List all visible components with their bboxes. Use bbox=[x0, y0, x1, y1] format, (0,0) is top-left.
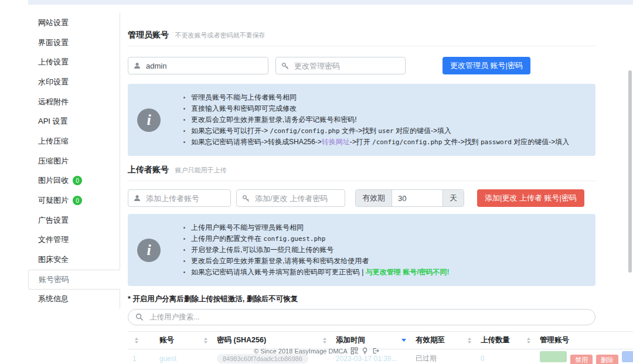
key-icon bbox=[281, 62, 289, 70]
column-header-3[interactable]: 添加时间 bbox=[331, 332, 411, 349]
sidebar-item-label: 图床安全 bbox=[38, 254, 69, 265]
column-header-1[interactable]: 账号 bbox=[155, 332, 212, 349]
main-content: 管理员账号 不更改账号或者密码就不要保存 更改管理员 账号|密码 i 管理员账号… bbox=[128, 29, 595, 364]
lightbulb-icon[interactable] bbox=[361, 347, 369, 355]
uploader-section-title: 上传者账号 bbox=[128, 165, 169, 174]
person-icon bbox=[134, 195, 141, 202]
tip-text: 文件->找到 bbox=[442, 138, 481, 146]
admin-password-input[interactable] bbox=[293, 61, 400, 71]
uploader-section-subtitle: 账户只能用于上传 bbox=[175, 166, 226, 174]
sidebar-item-label: API 设置 bbox=[38, 116, 68, 127]
sidebar-item-label: 网站设置 bbox=[38, 18, 69, 28]
convert-url-link[interactable]: 转换网址 bbox=[322, 138, 350, 146]
validity-input-group: 有效期 天 bbox=[355, 189, 464, 207]
tip-text: 上传用户账号不能与管理员账号相同 bbox=[191, 223, 304, 232]
sidebar-item-5[interactable]: 远程附件 bbox=[28, 92, 120, 112]
sort-icon bbox=[204, 338, 207, 343]
sidebar-item-label: 图片回收 bbox=[38, 175, 69, 186]
sidebar-item-8[interactable]: 压缩图片 bbox=[28, 151, 120, 171]
admin-tips-list: 管理员账号不能与上传者账号相同直接输入账号和密码即可完成修改更改后会立即生效并重… bbox=[161, 87, 569, 152]
tip-item: 更改后会立即生效并重新登录,请将账号和密码发给使用者 bbox=[191, 256, 449, 267]
count-badge: 0 bbox=[73, 196, 82, 205]
tip-item: 如果忘记账号可以打开-> /config/config.php 文件->找到 u… bbox=[191, 125, 569, 137]
admin-account-input[interactable] bbox=[145, 61, 263, 71]
tip-text: 如果忘记账号可以打开-> bbox=[191, 127, 270, 135]
admin-account-field[interactable] bbox=[128, 57, 268, 74]
sidebar-item-3[interactable]: 上传设置 bbox=[28, 52, 120, 72]
uploader-password-input[interactable] bbox=[254, 193, 339, 203]
admin-password-field[interactable] bbox=[275, 57, 406, 74]
sidebar-item-label: 上传压缩 bbox=[38, 136, 69, 147]
tip-text: 管理员账号不能与上传者账号相同 bbox=[191, 93, 297, 101]
tip-text: 如果忘记密码请填入账号并填写新的密码即可更正密码 | bbox=[191, 268, 366, 276]
person-icon bbox=[134, 62, 141, 69]
sidebar-item-12[interactable]: 文件管理 bbox=[28, 230, 120, 250]
footer: © Since 2018 EasyImage DMCA bbox=[0, 347, 633, 355]
validity-label: 有效期 bbox=[356, 190, 392, 206]
vertical-scrollbar[interactable] bbox=[628, 70, 632, 273]
sidebar-item-7[interactable]: 上传压缩 bbox=[28, 131, 120, 151]
tip-text: /config/config.php bbox=[270, 127, 339, 135]
sidebar-item-1[interactable]: 网站设置 bbox=[28, 13, 120, 33]
uploader-search-field[interactable] bbox=[128, 309, 595, 325]
admin-tips-box: i 管理员账号不能与上传者账号相同直接输入账号和密码即可完成修改更改后会立即生效… bbox=[128, 84, 595, 156]
validity-unit-label: 天 bbox=[443, 190, 464, 206]
tip-text: config.guest.php bbox=[263, 235, 325, 243]
uploader-search-input[interactable] bbox=[148, 312, 588, 322]
column-header-2[interactable]: 密码 (SHA256) bbox=[212, 332, 331, 349]
info-circle-icon: i bbox=[137, 108, 161, 132]
top-bar bbox=[28, 0, 633, 5]
uploader-account-section: 上传者账号 账户只能用于上传 有效期 天 添加|更改 上传者 账号|密 bbox=[128, 164, 595, 286]
tip-text: password bbox=[481, 138, 512, 146]
uploader-tips-list: 上传用户账号不能与管理员账号相同上传用户的配置文件在 config.guest.… bbox=[161, 217, 449, 283]
sort-icon bbox=[527, 338, 530, 343]
sidebar-item-label: 上传设置 bbox=[38, 57, 69, 67]
sidebar-item-13[interactable]: 图床安全 bbox=[28, 250, 120, 270]
column-header-6[interactable]: 管理账号 bbox=[535, 332, 633, 349]
sidebar-item-4[interactable]: 水印设置 bbox=[28, 72, 120, 92]
tip-item: 管理员账号不能与上传者账号相同 bbox=[191, 92, 569, 103]
sidebar-item-11[interactable]: 广告设置 bbox=[28, 210, 120, 230]
tip-text: ->打开 bbox=[350, 138, 372, 146]
uploader-password-field[interactable] bbox=[236, 189, 345, 207]
tip-item: 上传用户的配置文件在 config.guest.php bbox=[191, 233, 449, 244]
row-action-删除-button[interactable]: 删除 bbox=[596, 355, 618, 364]
sidebar-item-15[interactable]: 系统信息 bbox=[28, 290, 120, 309]
add-uploader-button[interactable]: 添加|更改 上传者 账号|密码 bbox=[477, 189, 584, 207]
column-label: 添加时间 bbox=[336, 335, 365, 345]
sidebar-item-6[interactable]: API 设置 bbox=[28, 111, 120, 131]
logout-icon[interactable] bbox=[372, 347, 379, 355]
admin-section-subtitle: 不更改账号或者密码就不要保存 bbox=[175, 32, 265, 39]
info-circle-icon: i bbox=[137, 239, 161, 262]
sidebar: 网站设置界面设置上传设置水印设置远程附件API 设置上传压缩压缩图片图片回收0可… bbox=[28, 13, 120, 309]
sort-desc-icon bbox=[401, 339, 406, 342]
sidebar-item-10[interactable]: 可疑图片0 bbox=[28, 190, 120, 210]
sidebar-item-label: 文件管理 bbox=[38, 234, 69, 245]
validity-days-input[interactable] bbox=[392, 190, 443, 206]
row-action-禁用-button[interactable]: 禁用 bbox=[570, 355, 593, 364]
uploader-section-header: 上传者账号 账户只能用于上传 bbox=[128, 164, 595, 181]
tip-item: 开启登录上传后,可以添加一些只能上传的账号 bbox=[191, 244, 449, 256]
tip-text: 文件->找到 bbox=[340, 127, 379, 135]
sidebar-item-2[interactable]: 界面设置 bbox=[28, 33, 120, 53]
tip-item: 直接输入账号和密码即可完成修改 bbox=[191, 103, 569, 114]
column-header-4[interactable]: 有效期至 bbox=[411, 332, 476, 349]
key-icon bbox=[242, 195, 250, 202]
tip-item: 更改后会立即生效并重新登录,请务必牢记账号和密码! bbox=[191, 114, 569, 125]
uploader-account-field[interactable] bbox=[128, 189, 231, 207]
sidebar-item-14[interactable]: 账号密码 bbox=[28, 270, 120, 290]
tip-item: 如果忘记密码请填入账号并填写新的密码即可更正密码 | 与更改管理 账号/密码不同… bbox=[191, 267, 449, 278]
password-hash-pill: 84983c60f7daadc1cb86986 bbox=[217, 354, 308, 363]
column-label: 密码 (SHA256) bbox=[217, 335, 266, 345]
tip-item: 上传用户账号不能与管理员账号相同 bbox=[191, 222, 449, 233]
sidebar-item-9[interactable]: 图片回收0 bbox=[28, 171, 120, 191]
uploader-account-input[interactable] bbox=[145, 193, 225, 203]
qr-code-icon[interactable] bbox=[350, 347, 358, 355]
change-admin-button[interactable]: 更改管理员 账号|密码 bbox=[443, 57, 530, 74]
sidebar-item-label: 水印设置 bbox=[38, 77, 69, 87]
column-header-0[interactable] bbox=[128, 332, 155, 349]
tip-text: 对应的键值->填入 bbox=[394, 127, 451, 135]
column-header-5[interactable]: 上传数量 bbox=[476, 332, 535, 349]
tip-text: 上传用户的配置文件在 bbox=[191, 234, 263, 243]
sidebar-item-label: 界面设置 bbox=[38, 38, 69, 48]
